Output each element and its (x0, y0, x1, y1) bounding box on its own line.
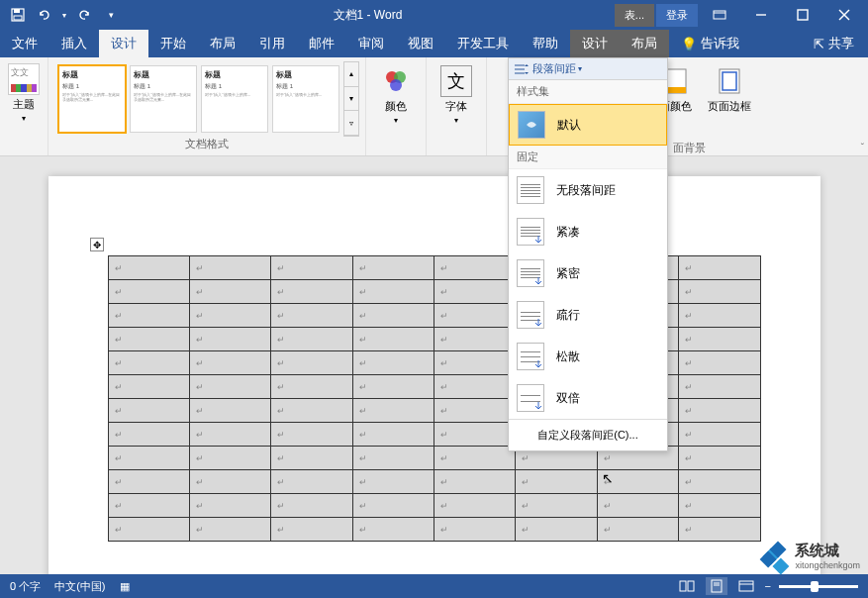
redo-button[interactable] (75, 5, 95, 25)
gallery-scroll[interactable]: ▴▾▿ (343, 61, 359, 137)
table-cell[interactable]: ↵ (679, 470, 760, 494)
table-cell[interactable]: ↵ (597, 494, 678, 518)
dd-item-compact[interactable]: 紧凑 (509, 211, 667, 252)
table-cell[interactable]: ↵ (189, 399, 270, 423)
table-cell[interactable]: ↵ (271, 470, 352, 494)
table-cell[interactable]: ↵ (271, 423, 352, 447)
table-cell[interactable]: ↵ (679, 351, 760, 375)
spacing-button-header[interactable]: 段落间距▾ (509, 58, 667, 80)
table-cell[interactable]: ↵ (352, 494, 434, 518)
table-cell[interactable]: ↵ (679, 423, 760, 447)
tab-table-layout[interactable]: 布局 (620, 30, 669, 57)
table-cell[interactable]: ↵ (434, 375, 516, 399)
style-item-2[interactable]: 标题标题 1对于"插入"选项卡上的库... (201, 65, 268, 133)
table-cell[interactable]: ↵ (434, 518, 516, 542)
table-cell[interactable]: ↵ (189, 304, 270, 328)
tab-file[interactable]: 文件 (0, 30, 49, 57)
view-web-button[interactable] (735, 577, 757, 595)
table-cell[interactable]: ↵ (434, 351, 516, 375)
status-macro-icon[interactable]: ▦ (120, 580, 130, 593)
view-print-button[interactable] (706, 577, 727, 595)
table-cell[interactable]: ↵ (516, 494, 597, 518)
table-cell[interactable]: ↵ (679, 328, 760, 351)
dd-item-default[interactable]: 默认 (509, 104, 667, 146)
style-item-0[interactable]: 标题标题 1对于"插入"选项卡上的库...在此目录选取所需元素... (58, 65, 126, 133)
table-cell[interactable]: ↵ (108, 494, 189, 518)
table-cell[interactable]: ↵ (189, 351, 270, 375)
table-cell[interactable]: ↵ (434, 328, 516, 351)
share-button[interactable]: ⇱共享 (800, 35, 868, 52)
tab-design[interactable]: 设计 (99, 30, 148, 57)
table-cell[interactable]: ↵ (352, 375, 434, 399)
table-cell[interactable]: ↵ (271, 518, 352, 542)
undo-more[interactable]: ▾ (59, 5, 69, 25)
table-cell[interactable]: ↵ (679, 304, 760, 328)
tab-start[interactable]: 开始 (148, 30, 198, 57)
ribbon-display-button[interactable] (700, 0, 739, 30)
tab-insert[interactable]: 插入 (49, 30, 99, 57)
dd-item-tight[interactable]: 紧密 (509, 252, 667, 294)
table-cell[interactable]: ↵ (679, 399, 760, 423)
table-cell[interactable]: ↵ (271, 256, 352, 280)
table-cell[interactable]: ↵ (679, 518, 760, 542)
table-cell[interactable]: ↵ (352, 304, 434, 328)
style-item-1[interactable]: 标题标题 1对于"插入"选项卡上的库...在此目录选取所需元素... (130, 65, 197, 133)
table-cell[interactable]: ↵ (108, 399, 189, 423)
table-cell[interactable]: ↵ (434, 494, 516, 518)
table-cell[interactable]: ↵ (108, 375, 189, 399)
table-cell[interactable]: ↵ (108, 256, 189, 280)
save-button[interactable] (8, 5, 28, 25)
tell-me-button[interactable]: 💡告诉我 (669, 30, 751, 57)
table-cell[interactable]: ↵ (271, 304, 352, 328)
table-cell[interactable]: ↵ (352, 423, 434, 447)
table-cell[interactable]: ↵ (189, 280, 270, 304)
table-cell[interactable]: ↵ (434, 304, 516, 328)
collapse-ribbon-button[interactable]: ˇ (861, 143, 864, 153)
table-cell[interactable]: ↵ (189, 423, 270, 447)
table-cell[interactable]: ↵ (189, 328, 270, 351)
tab-table-design[interactable]: 设计 (570, 30, 620, 57)
table-cell[interactable]: ↵ (189, 494, 270, 518)
document-area[interactable]: ✥ ↵↵↵↵↵↵↵↵↵↵↵↵↵↵↵↵↵↵↵↵↵↵↵↵↵↵↵↵↵↵↵↵↵↵↵↵↵↵… (0, 156, 868, 574)
table-cell[interactable]: ↵ (352, 351, 434, 375)
minimize-button[interactable] (741, 0, 781, 30)
table-cell[interactable]: ↵ (679, 280, 760, 304)
table-cell[interactable]: ↵ (189, 375, 270, 399)
table-cell[interactable]: ↵ (108, 518, 189, 542)
table-cell[interactable]: ↵ (434, 447, 516, 470)
tab-devtools[interactable]: 开发工具 (445, 30, 521, 57)
status-wordcount[interactable]: 0 个字 (10, 579, 41, 594)
table-cell[interactable]: ↵ (108, 470, 189, 494)
tab-help[interactable]: 帮助 (521, 30, 570, 57)
fonts-button[interactable]: 文 字体▾ (433, 61, 480, 129)
table-cell[interactable]: ↵ (271, 280, 352, 304)
tab-mail[interactable]: 邮件 (297, 30, 346, 57)
style-item-3[interactable]: 标题标题 1对于"插入"选项卡上的库... (272, 65, 339, 133)
table-cell[interactable]: ↵ (108, 447, 189, 470)
close-button[interactable] (824, 0, 864, 30)
table-cell[interactable]: ↵ (434, 256, 516, 280)
themes-button[interactable]: 主题 ▾ (6, 61, 42, 125)
qat-customize[interactable]: ▾ (101, 5, 121, 25)
table-cell[interactable]: ↵ (108, 423, 189, 447)
table-cell[interactable]: ↵ (189, 256, 270, 280)
zoom-out-button[interactable]: − (765, 580, 771, 592)
dd-item-double[interactable]: 双倍 (509, 377, 667, 419)
table-cell[interactable]: ↵ (271, 375, 352, 399)
tab-review[interactable]: 审阅 (346, 30, 396, 57)
colors-button[interactable]: 颜色▾ (372, 61, 420, 129)
table-cell[interactable]: ↵ (108, 280, 189, 304)
dd-item-relaxed[interactable]: 松散 (509, 336, 667, 377)
table-move-handle[interactable]: ✥ (90, 238, 104, 251)
table-cell[interactable]: ↵ (352, 399, 434, 423)
table-cell[interactable]: ↵ (271, 328, 352, 351)
table-cell[interactable]: ↵ (271, 399, 352, 423)
style-gallery[interactable]: 标题标题 1对于"插入"选项卡上的库...在此目录选取所需元素... 标题标题 … (54, 61, 343, 137)
table-cell[interactable]: ↵ (516, 518, 597, 542)
table-cell[interactable]: ↵ (189, 447, 270, 470)
page-border-button[interactable]: 页面边框 (700, 61, 759, 151)
table-cell[interactable]: ↵ (352, 447, 434, 470)
table-cell[interactable]: ↵ (434, 423, 516, 447)
table-cell[interactable]: ↵ (352, 256, 434, 280)
tab-layout[interactable]: 布局 (198, 30, 247, 57)
